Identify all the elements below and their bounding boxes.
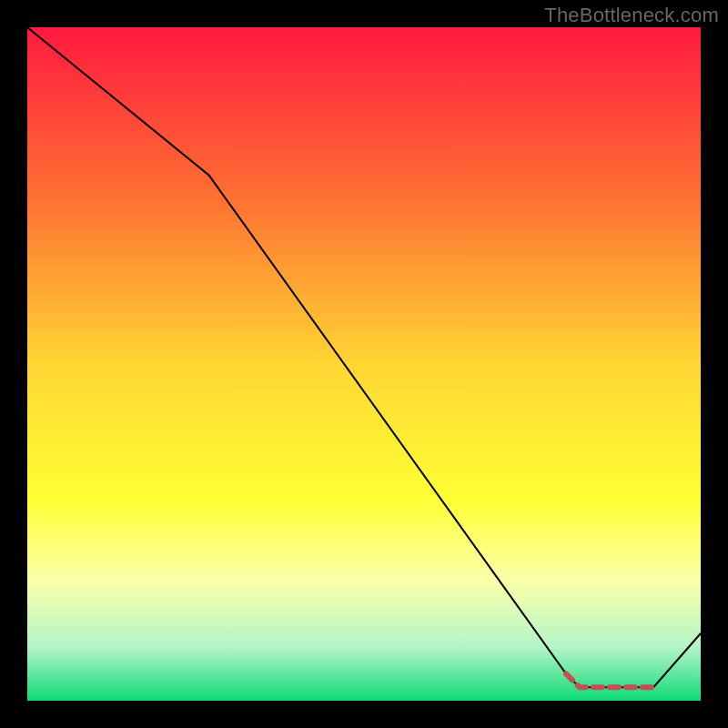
red-dashed-line [566,673,653,687]
black-curve-line [27,27,701,687]
chart-frame: TheBottleneck.com [0,0,728,728]
plot-area [27,27,701,701]
watermark-text: TheBottleneck.com [544,4,719,27]
chart-lines [27,27,701,701]
